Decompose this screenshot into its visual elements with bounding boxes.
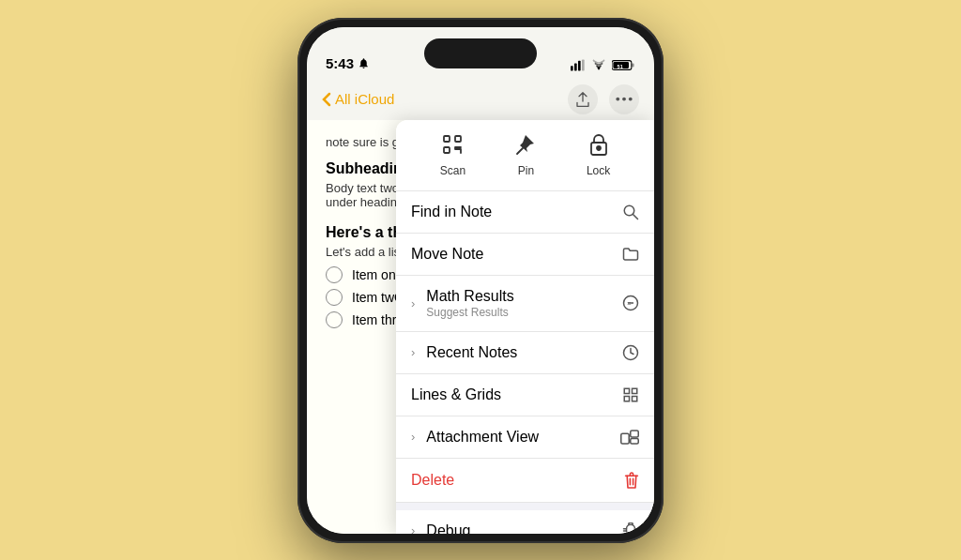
phone-frame: 5:43 xyxy=(297,18,664,543)
trash-icon xyxy=(624,471,639,490)
svg-point-8 xyxy=(616,98,619,101)
delete-left: Delete xyxy=(411,472,454,489)
scan-label: Scan xyxy=(440,164,465,177)
nav-bar: All iCloud xyxy=(307,79,654,120)
signal-icon xyxy=(571,59,586,71)
context-menu: Scan Pin xyxy=(396,120,654,534)
math-results-stack: Math Results Suggest Results xyxy=(426,288,513,319)
svg-point-9 xyxy=(622,98,626,101)
move-note-left: Move Note xyxy=(411,246,483,263)
search-icon xyxy=(622,204,639,220)
svg-rect-12 xyxy=(455,136,461,142)
debug-left: › Debug xyxy=(411,522,471,534)
menu-top-icons: Scan Pin xyxy=(396,120,654,191)
svg-rect-0 xyxy=(571,66,573,70)
pin-label: Pin xyxy=(518,164,534,177)
nav-actions xyxy=(568,84,639,114)
svg-rect-27 xyxy=(633,396,637,401)
svg-rect-28 xyxy=(621,433,629,444)
attachment-view-chevron: › xyxy=(411,430,415,444)
svg-rect-1 xyxy=(574,63,577,70)
recent-notes-label: Recent Notes xyxy=(426,344,517,361)
svg-rect-29 xyxy=(631,431,638,437)
math-results-item[interactable]: › Math Results Suggest Results = xyxy=(396,276,654,332)
back-label: All iCloud xyxy=(335,91,394,107)
svg-rect-24 xyxy=(624,388,629,393)
svg-rect-13 xyxy=(444,147,450,153)
svg-rect-2 xyxy=(578,60,581,70)
back-button[interactable]: All iCloud xyxy=(322,91,394,107)
bug-icon xyxy=(622,522,639,534)
attachment-view-label: Attachment View xyxy=(426,429,539,446)
delete-label: Delete xyxy=(411,472,454,489)
checkbox-2 xyxy=(326,289,343,306)
find-in-note-label: Find in Note xyxy=(411,204,492,220)
lines-grids-item[interactable]: Lines & Grids xyxy=(396,374,654,416)
svg-rect-26 xyxy=(624,396,629,401)
svg-line-14 xyxy=(517,148,523,154)
wifi-icon xyxy=(591,59,606,71)
svg-text:51: 51 xyxy=(618,63,623,68)
svg-rect-3 xyxy=(582,59,585,70)
attachment-view-item[interactable]: › Attachment View xyxy=(396,416,654,459)
attachment-icon xyxy=(620,429,639,446)
status-time: 5:43 xyxy=(326,55,370,71)
lines-grids-label: Lines & Grids xyxy=(411,386,501,403)
chevron-left-icon xyxy=(322,92,331,107)
scan-icon xyxy=(441,133,464,160)
recent-notes-left: › Recent Notes xyxy=(411,344,517,361)
find-in-note-left: Find in Note xyxy=(411,204,492,220)
find-in-note-item[interactable]: Find in Note xyxy=(396,191,654,234)
ellipsis-icon xyxy=(616,97,633,101)
lock-button[interactable]: Lock xyxy=(587,133,610,177)
battery-icon: 51 xyxy=(612,59,635,71)
svg-rect-5 xyxy=(632,63,634,67)
debug-item[interactable]: › Debug xyxy=(396,510,654,534)
math-results-chevron: › xyxy=(411,296,415,310)
svg-point-10 xyxy=(629,98,633,101)
checkbox-1 xyxy=(326,266,343,283)
lock-label: Lock xyxy=(587,164,610,177)
grid-icon xyxy=(622,386,639,403)
lines-grids-left: Lines & Grids xyxy=(411,386,501,403)
svg-text:=: = xyxy=(627,299,632,308)
phone-screen: 5:43 xyxy=(307,27,654,534)
menu-separator xyxy=(396,503,654,510)
debug-label: Debug xyxy=(426,522,470,534)
pin-icon xyxy=(515,133,536,160)
bell-icon xyxy=(358,57,370,69)
math-icon: = xyxy=(622,295,639,311)
recent-notes-item[interactable]: › Recent Notes xyxy=(396,332,654,374)
folder-icon xyxy=(622,246,639,263)
scan-button[interactable]: Scan xyxy=(440,133,465,177)
dynamic-island xyxy=(424,38,537,68)
share-button[interactable] xyxy=(568,84,598,114)
status-icons: 51 xyxy=(571,59,635,71)
math-results-label: Math Results xyxy=(426,288,513,305)
svg-rect-25 xyxy=(633,388,637,393)
share-icon xyxy=(575,91,590,108)
math-results-left: › Math Results Suggest Results xyxy=(411,288,514,319)
svg-line-18 xyxy=(633,214,637,219)
recent-notes-chevron: › xyxy=(411,345,415,359)
clock-icon xyxy=(622,344,639,361)
delete-item[interactable]: Delete xyxy=(396,459,654,503)
svg-rect-11 xyxy=(444,136,450,142)
move-note-label: Move Note xyxy=(411,246,483,263)
debug-chevron: › xyxy=(411,523,415,534)
more-button[interactable] xyxy=(609,84,639,114)
attachment-view-left: › Attachment View xyxy=(411,429,539,446)
lock-icon xyxy=(589,133,608,160)
svg-rect-30 xyxy=(631,438,638,443)
move-note-item[interactable]: Move Note xyxy=(396,234,654,276)
checkbox-3 xyxy=(326,311,343,328)
math-results-sublabel: Suggest Results xyxy=(426,306,513,319)
svg-point-16 xyxy=(597,146,601,150)
pin-button[interactable]: Pin xyxy=(515,133,536,177)
time-display: 5:43 xyxy=(326,55,354,71)
